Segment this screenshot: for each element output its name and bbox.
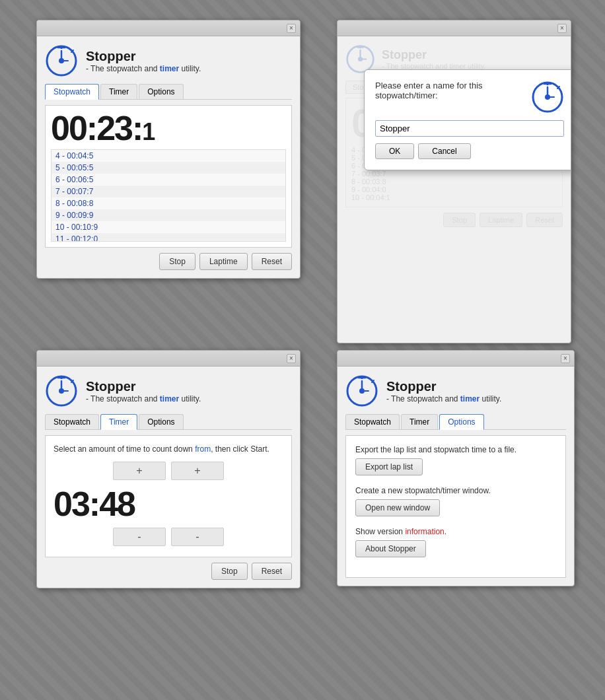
tab-timer-top-left[interactable]: Timer <box>100 84 137 99</box>
app-name-bottom-right: Stopper <box>386 379 501 394</box>
export-desc: Export the lap list and stopwatch time t… <box>355 445 556 454</box>
app-name-top-left: Stopper <box>86 49 201 64</box>
reset-button-bottom-left[interactable]: Reset <box>252 563 292 580</box>
tab-options-bottom-right[interactable]: Options <box>439 414 483 430</box>
dialog-box: Please enter a name for this stopwatch/t… <box>364 69 571 170</box>
button-row-bottom-left: Stop Reset <box>45 563 292 580</box>
about-stopper-button[interactable]: About Stopper <box>355 540 426 557</box>
time-main: 00:23: <box>51 109 142 147</box>
options-panel: Export the lap list and stopwatch time t… <box>345 435 566 578</box>
app-header-top-left: Stopper - The stopwatch and timer utilit… <box>45 44 292 77</box>
decrement-seconds-button[interactable]: - <box>171 528 224 546</box>
lap-item: 4 - 00:04:5 <box>52 150 285 162</box>
stop-button-bottom-left[interactable]: Stop <box>211 563 248 580</box>
lap-item: 5 - 00:05:5 <box>52 162 285 174</box>
lap-item: 8 - 00:08:8 <box>52 197 285 209</box>
timer-description: Select an amount of time to count down f… <box>53 444 283 455</box>
window-stopwatch-running: × Stopper - The stopwatch and timer util… <box>36 20 301 279</box>
about-option: Show version information. About Stopper <box>355 527 556 557</box>
timer-time-display: 03:48 <box>53 484 283 524</box>
time-fraction: 1 <box>142 118 154 145</box>
stop-button-top-left[interactable]: Stop <box>159 253 196 270</box>
close-icon-tr: × <box>560 24 564 32</box>
laptime-button-top-left[interactable]: Laptime <box>199 253 248 270</box>
tabs-top-left: Stopwatch Timer Options <box>45 84 292 100</box>
reset-button-top-left[interactable]: Reset <box>252 253 292 270</box>
tab-stopwatch-bottom-right[interactable]: Stopwatch <box>345 414 400 429</box>
lap-list-top-left[interactable]: 4 - 00:04:5 5 - 00:05:5 6 - 00:06:5 7 - … <box>51 149 286 242</box>
titlebar-bottom-right: × <box>338 351 574 367</box>
tab-timer-bottom-left[interactable]: Timer <box>100 414 137 430</box>
titlebar-top-right: × <box>338 20 571 36</box>
tab-options-bottom-left[interactable]: Options <box>139 414 183 429</box>
export-option: Export the lap list and stopwatch time t… <box>355 445 556 475</box>
dialog-ok-button[interactable]: OK <box>375 143 414 159</box>
app-subtitle-top-left: - The stopwatch and timer utility. <box>86 64 201 73</box>
export-lap-list-button[interactable]: Export lap list <box>355 458 423 475</box>
app-header-bottom-right: Stopper - The stopwatch and timer utilit… <box>345 374 566 407</box>
open-new-window-button[interactable]: Open new window <box>355 499 440 516</box>
tab-stopwatch-bottom-left[interactable]: Stopwatch <box>45 414 99 429</box>
titlebar-bottom-left: × <box>37 351 300 367</box>
dialog-cancel-button[interactable]: Cancel <box>418 143 470 159</box>
dialog-clock-icon <box>531 81 564 114</box>
tab-stopwatch-top-left[interactable]: Stopwatch <box>45 84 99 100</box>
dialog-header: Please enter a name for this stopwatch/t… <box>375 81 564 114</box>
app-subtitle-bottom-left: - The stopwatch and timer utility. <box>86 394 201 403</box>
increment-minutes-button[interactable]: + <box>113 462 166 480</box>
tabs-bottom-right: Stopwatch Timer Options <box>345 414 566 430</box>
stopwatch-panel-top-left: 00:23:1 4 - 00:04:5 5 - 00:05:5 6 - 00:0… <box>45 105 292 248</box>
about-desc: Show version information. <box>355 527 556 536</box>
close-button-top-right[interactable]: × <box>557 24 567 33</box>
close-icon: × <box>289 24 293 32</box>
titlebar-top-left: × <box>37 20 300 36</box>
button-row-top-left: Stop Laptime Reset <box>45 253 292 270</box>
svg-point-7 <box>347 46 374 73</box>
close-button-top-left[interactable]: × <box>287 24 296 33</box>
time-display-top-left: 00:23:1 <box>51 111 286 145</box>
decrement-minutes-button[interactable]: - <box>113 528 166 546</box>
lap-item: 6 - 00:06:5 <box>52 174 285 186</box>
app-header-bottom-left: Stopper - The stopwatch and timer utilit… <box>45 374 292 407</box>
new-window-desc: Create a new stopwatch/timer window. <box>355 486 556 495</box>
lap-item: 11 - 00:12:0 <box>52 233 285 242</box>
close-button-bottom-left[interactable]: × <box>287 354 296 363</box>
dialog-name-input[interactable] <box>375 120 564 137</box>
dialog-prompt: Please enter a name for this stopwatch/t… <box>375 81 524 100</box>
timer-panel: Select an amount of time to count down f… <box>45 435 292 557</box>
clock-icon-top-left <box>45 44 78 77</box>
tab-timer-bottom-right[interactable]: Timer <box>401 414 438 429</box>
clock-icon-bottom-left <box>45 374 78 407</box>
window-timer: × Stopper - The stopwatch and timer util… <box>36 350 301 588</box>
app-name-bottom-left: Stopper <box>86 379 201 394</box>
window-options: × Stopper - The stopwatch and timer util… <box>337 350 575 586</box>
app-subtitle-bottom-right: - The stopwatch and timer utility. <box>386 394 501 403</box>
window-dialog: × Stopper - The stopwatch and timer util… <box>337 20 571 343</box>
clock-icon-bottom-right <box>345 374 378 407</box>
close-icon-bl: × <box>289 355 293 362</box>
tab-options-top-left[interactable]: Options <box>139 84 183 99</box>
close-icon-br: × <box>563 355 567 362</box>
increment-seconds-button[interactable]: + <box>171 462 224 480</box>
new-window-option: Create a new stopwatch/timer window. Ope… <box>355 486 556 516</box>
decrement-row: - - <box>53 528 283 546</box>
dialog-buttons: OK Cancel <box>375 143 564 159</box>
lap-item: 7 - 00:07:7 <box>52 186 285 197</box>
increment-row: + + <box>53 462 283 480</box>
lap-item: 10 - 00:10:9 <box>52 221 285 233</box>
tabs-bottom-left: Stopwatch Timer Options <box>45 414 292 430</box>
close-button-bottom-right[interactable]: × <box>561 354 570 363</box>
svg-point-8 <box>358 57 363 61</box>
lap-item: 9 - 00:09:9 <box>52 209 285 221</box>
